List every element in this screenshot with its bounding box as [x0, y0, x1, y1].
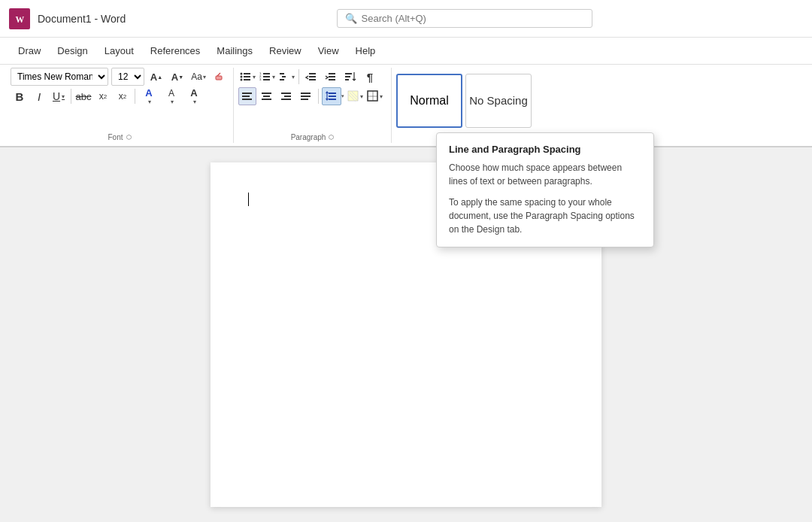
- paragraph-expand-icon[interactable]: ⬡: [329, 134, 334, 141]
- search-bar[interactable]: 🔍: [337, 9, 592, 28]
- paragraph-group-label: Paragraph ⬡: [238, 133, 386, 143]
- svg-rect-28: [242, 96, 250, 97]
- svg-rect-36: [301, 93, 311, 94]
- menu-references[interactable]: References: [143, 42, 208, 59]
- font-row1: Times New Roman 12 A▲ A▼ Aa▾: [11, 68, 229, 86]
- shrink-font-button[interactable]: A▼: [168, 68, 186, 86]
- font-row2: B I U▾ abc x2 x2 A ▾ A ▾: [11, 87, 229, 105]
- text-cursor: [248, 193, 249, 206]
- tooltip-line1: Choose how much space appears between li…: [449, 161, 641, 188]
- svg-rect-29: [242, 99, 252, 100]
- svg-rect-4: [244, 73, 250, 74]
- justify-button[interactable]: [297, 87, 315, 105]
- svg-rect-20: [309, 79, 316, 80]
- underline-button[interactable]: U▾: [50, 87, 68, 105]
- svg-rect-35: [281, 99, 291, 100]
- svg-rect-40: [329, 96, 336, 97]
- svg-rect-19: [309, 76, 316, 77]
- svg-rect-10: [263, 73, 270, 74]
- svg-rect-6: [244, 76, 250, 77]
- align-left-button[interactable]: [238, 87, 256, 105]
- font-size-select[interactable]: 12: [111, 68, 144, 86]
- svg-rect-37: [301, 96, 311, 97]
- subscript-button[interactable]: x2: [94, 87, 112, 105]
- svg-rect-38: [301, 99, 308, 100]
- separator2: [135, 89, 135, 104]
- paragraph-group: ▾ 1.2.3. ▾ ▾: [234, 68, 392, 143]
- svg-rect-16: [282, 76, 286, 77]
- font-group: Times New Roman 12 A▲ A▼ Aa▾ B I U▾ abc: [6, 68, 234, 143]
- svg-rect-23: [329, 79, 335, 80]
- menu-design[interactable]: Design: [50, 42, 95, 59]
- menu-draw[interactable]: Draw: [11, 42, 48, 59]
- search-input[interactable]: [362, 13, 584, 24]
- svg-rect-14: [263, 79, 270, 80]
- strikethrough-button[interactable]: abc: [74, 87, 92, 105]
- borders-button[interactable]: ▾: [365, 87, 383, 105]
- svg-text:W: W: [16, 14, 25, 24]
- svg-rect-18: [309, 73, 316, 74]
- svg-rect-2: [216, 76, 222, 80]
- show-hide-button[interactable]: ¶: [361, 68, 379, 86]
- bold-button[interactable]: B: [11, 87, 29, 105]
- para-sep1: [298, 69, 299, 84]
- svg-rect-17: [280, 79, 284, 80]
- multilevel-list-button[interactable]: ▾: [277, 68, 295, 86]
- svg-rect-41: [329, 99, 336, 100]
- paragraph-group-content: ▾ 1.2.3. ▾ ▾: [238, 68, 386, 133]
- decrease-indent-button[interactable]: [302, 68, 320, 86]
- svg-point-3: [240, 73, 242, 75]
- tooltip-body: Choose how much space appears between li…: [449, 161, 641, 236]
- tooltip: Line and Paragraph Spacing Choose how mu…: [436, 132, 654, 247]
- svg-rect-32: [262, 99, 271, 100]
- para-sep2: [318, 89, 319, 104]
- style-nospacing-button[interactable]: No Spacing: [465, 74, 532, 128]
- menu-help[interactable]: Help: [348, 42, 383, 59]
- para-row2: ▾ ▾ ▾: [238, 87, 386, 105]
- style-normal-label: Normal: [410, 94, 449, 108]
- ribbon: Times New Roman 12 A▲ A▼ Aa▾ B I U▾ abc: [0, 65, 812, 147]
- numbered-list-button[interactable]: 1.2.3. ▾: [258, 68, 276, 86]
- svg-rect-25: [345, 76, 350, 77]
- style-nospacing-label: No Spacing: [469, 94, 528, 107]
- font-color-red-button[interactable]: A ▾: [183, 87, 205, 105]
- menu-mailings[interactable]: Mailings: [209, 42, 260, 59]
- styles-content: Normal No Spacing: [396, 68, 801, 133]
- superscript-button[interactable]: x2: [114, 87, 132, 105]
- svg-rect-15: [280, 73, 284, 74]
- app-icon: W: [9, 8, 30, 29]
- clear-format-button[interactable]: [211, 68, 229, 86]
- italic-button[interactable]: I: [30, 87, 48, 105]
- menu-view[interactable]: View: [311, 42, 347, 59]
- font-group-content: Times New Roman 12 A▲ A▼ Aa▾ B I U▾ abc: [11, 68, 229, 133]
- font-expand-icon[interactable]: ⬡: [126, 134, 132, 141]
- document-area: [0, 147, 812, 522]
- highlight-button[interactable]: A ▾: [161, 87, 182, 105]
- svg-rect-21: [329, 73, 335, 74]
- increase-indent-button[interactable]: [322, 68, 340, 86]
- svg-rect-22: [329, 76, 335, 77]
- menu-bar: Draw Design Layout References Mailings R…: [0, 38, 812, 65]
- svg-rect-34: [284, 96, 291, 97]
- svg-rect-24: [345, 73, 352, 74]
- svg-rect-27: [242, 93, 252, 94]
- line-spacing-button[interactable]: [322, 87, 341, 105]
- align-center-button[interactable]: [258, 87, 276, 105]
- bullet-list-button[interactable]: ▾: [238, 68, 256, 86]
- svg-rect-43: [368, 91, 377, 101]
- grow-font-button[interactable]: A▲: [147, 68, 165, 86]
- svg-rect-26: [345, 79, 349, 80]
- align-right-button[interactable]: [277, 87, 295, 105]
- style-normal-button[interactable]: Normal: [396, 74, 462, 128]
- svg-rect-12: [263, 76, 270, 77]
- svg-point-7: [240, 79, 242, 81]
- menu-layout[interactable]: Layout: [97, 42, 141, 59]
- svg-rect-31: [263, 96, 270, 97]
- sort-button[interactable]: [341, 68, 359, 86]
- font-color-button[interactable]: A ▾: [138, 87, 159, 105]
- menu-review[interactable]: Review: [262, 42, 309, 59]
- title-bar: W Document1 - Word 🔍: [0, 0, 812, 38]
- change-case-button[interactable]: Aa▾: [189, 68, 208, 86]
- shading-button[interactable]: ▾: [346, 87, 364, 105]
- font-name-select[interactable]: Times New Roman: [11, 68, 108, 86]
